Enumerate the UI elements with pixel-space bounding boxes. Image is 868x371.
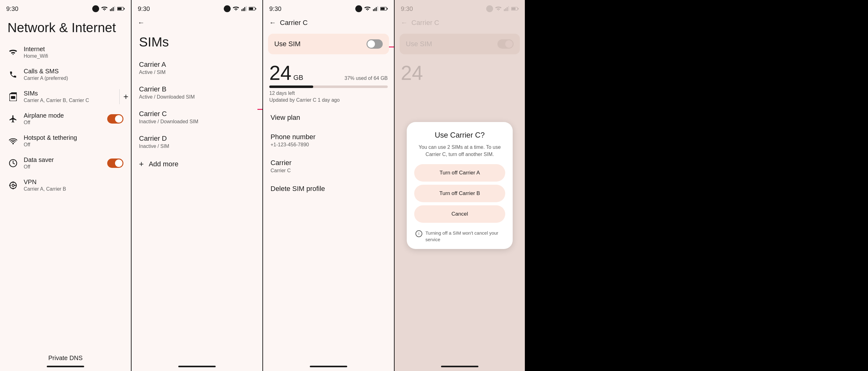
datasaver-toggle-knob xyxy=(115,160,123,167)
phone-number-label: Phone number xyxy=(271,133,386,141)
carrier-a-status: Active / SIM xyxy=(139,69,255,75)
battery-icon-2 xyxy=(249,6,256,11)
data-unit: GB xyxy=(293,74,303,82)
datasaver-text: Data saver Off xyxy=(24,156,107,170)
datasaver-toggle[interactable] xyxy=(107,159,123,168)
sims-row: SIMs Carrier A, Carrier B, Carrier C + xyxy=(2,85,128,108)
sim-carrier-b[interactable]: Carrier B Active / Downloaded SIM xyxy=(136,80,257,105)
status-icons-3 xyxy=(355,5,388,12)
svg-rect-23 xyxy=(376,7,377,11)
add-more-row[interactable]: + Add more xyxy=(136,154,257,174)
carrier-item[interactable]: Carrier Carrier C xyxy=(268,153,389,179)
sidebar-item-vpn[interactable]: VPN Carrier A, Carrier B xyxy=(2,174,128,196)
signal-icon-2 xyxy=(241,6,247,11)
hotspot-label: Hotspot & tethering xyxy=(24,134,123,141)
datasaver-toggle-wrap xyxy=(107,159,123,168)
calls-sublabel: Carrier A (preferred) xyxy=(24,76,123,81)
add-sim-button[interactable]: + xyxy=(123,92,128,102)
turn-off-carrier-a-button[interactable]: Turn off Carrier A xyxy=(414,164,505,181)
airplane-sublabel: Off xyxy=(24,120,107,125)
internet-sublabel: Home_Wifi xyxy=(24,53,123,59)
data-percent: 37% used of 64 GB xyxy=(344,76,388,81)
sidebar-item-datasaver[interactable]: Data saver Off xyxy=(2,152,128,174)
svg-point-12 xyxy=(12,184,14,186)
use-sim-card: Use SIM xyxy=(268,34,389,54)
wifi-status-icon-3 xyxy=(364,6,371,11)
use-sim-label: Use SIM xyxy=(274,40,301,48)
svg-marker-8 xyxy=(9,92,17,94)
airplane-icon xyxy=(7,113,19,124)
home-indicator-2 xyxy=(178,366,216,367)
data-block: 24 GB 37% used of 64 GB 12 days left Upd… xyxy=(263,58,394,108)
phone-number-value: +1-123-456-7890 xyxy=(271,142,386,148)
sim-carrier-d[interactable]: Carrier D Inactive / SIM xyxy=(136,130,257,154)
phone-icon xyxy=(7,69,19,80)
svg-rect-15 xyxy=(243,8,244,11)
signal-icon xyxy=(110,6,115,11)
calls-label: Calls & SMS xyxy=(24,68,123,75)
delete-sim-item[interactable]: Delete SIM profile xyxy=(268,179,389,198)
add-more-plus: + xyxy=(139,159,144,169)
sidebar-item-internet[interactable]: Internet Home_Wifi xyxy=(2,41,128,63)
hotspot-text: Hotspot & tethering Off xyxy=(24,134,123,148)
vpn-sublabel: Carrier A, Carrier B xyxy=(24,186,123,192)
carrier-label: Carrier xyxy=(271,159,386,167)
home-indicator-1 xyxy=(47,366,84,367)
status-bar-3: 9:30 xyxy=(263,0,394,16)
view-plan-item[interactable]: View plan xyxy=(268,108,389,127)
dialog-info: i Turning off a SIM won't cancel your se… xyxy=(414,230,505,243)
panel-network-internet: 9:30 Network & Internet Internet Home_Wi… xyxy=(0,0,131,371)
delete-sim-label: Delete SIM profile xyxy=(271,185,386,193)
status-bar-2: 9:30 xyxy=(131,0,262,16)
data-number: 24 xyxy=(269,63,291,83)
turn-off-carrier-b-button[interactable]: Turn off Carrier B xyxy=(414,185,505,202)
hotspot-icon xyxy=(7,136,19,147)
dialog-info-text: Turning off a SIM won't cancel your serv… xyxy=(426,230,504,243)
wifi-status-icon-2 xyxy=(232,6,239,11)
use-carrier-dialog: Use Carrier C? You can use 2 SIMs at a t… xyxy=(407,122,513,249)
svg-rect-21 xyxy=(373,9,374,11)
sidebar-item-sims[interactable]: SIMs Carrier A, Carrier B, Carrier C xyxy=(2,85,116,108)
panel-carrier-c: 9:30 ← Carrier C Use SIM 24 GB 37% used … xyxy=(263,0,394,371)
carrier-a-name: Carrier A xyxy=(139,60,255,69)
back-button-3[interactable]: ← xyxy=(269,19,276,27)
airplane-label: Airplane mode xyxy=(24,112,107,119)
svg-rect-22 xyxy=(374,8,375,11)
dialog-title: Use Carrier C? xyxy=(414,131,505,140)
sims-label: SIMs xyxy=(24,90,111,97)
sidebar-item-calls[interactable]: Calls & SMS Carrier A (preferred) xyxy=(2,63,128,85)
calls-text: Calls & SMS Carrier A (preferred) xyxy=(24,68,123,81)
add-more-label: Add more xyxy=(149,160,178,168)
airplane-toggle[interactable] xyxy=(107,114,123,123)
svg-point-10 xyxy=(12,143,14,144)
wifi-icon xyxy=(7,47,19,58)
back-row-3: ← Carrier C xyxy=(263,16,394,30)
internet-text: Internet Home_Wifi xyxy=(24,46,123,59)
carrier-d-name: Carrier D xyxy=(139,135,255,143)
use-sim-toggle[interactable] xyxy=(367,39,383,49)
dialog-overlay: Use Carrier C? You can use 2 SIMs at a t… xyxy=(395,0,525,371)
svg-rect-16 xyxy=(244,7,245,11)
days-left: 12 days left xyxy=(269,90,388,96)
sidebar-item-airplane[interactable]: Airplane mode Off xyxy=(2,108,128,130)
private-dns-label[interactable]: Private DNS xyxy=(0,354,131,362)
vpn-icon xyxy=(7,180,19,191)
status-bar-1: 9:30 xyxy=(0,0,131,16)
carrier-b-status: Active / Downloaded SIM xyxy=(139,94,255,100)
sim-carrier-a[interactable]: Carrier A Active / SIM xyxy=(136,56,257,80)
camera-dot-3 xyxy=(355,5,362,12)
carrier-d-status: Inactive / SIM xyxy=(139,144,255,149)
signal-icon-3 xyxy=(373,6,378,11)
sidebar-item-hotspot[interactable]: Hotspot & tethering Off xyxy=(2,130,128,152)
cancel-button[interactable]: Cancel xyxy=(414,205,505,223)
sims-title: SIMs xyxy=(131,30,262,56)
progress-bar-fill xyxy=(269,85,313,88)
svg-rect-19 xyxy=(249,7,253,10)
sim-carrier-c[interactable]: Carrier C Inactive / Downloaded SIM xyxy=(136,105,257,130)
svg-rect-17 xyxy=(246,6,247,11)
back-button-2[interactable]: ← xyxy=(138,19,145,27)
svg-rect-9 xyxy=(11,96,15,98)
datasaver-sublabel: Off xyxy=(24,164,107,170)
time-2: 9:30 xyxy=(138,5,150,12)
phone-number-item[interactable]: Phone number +1-123-456-7890 xyxy=(268,127,389,153)
